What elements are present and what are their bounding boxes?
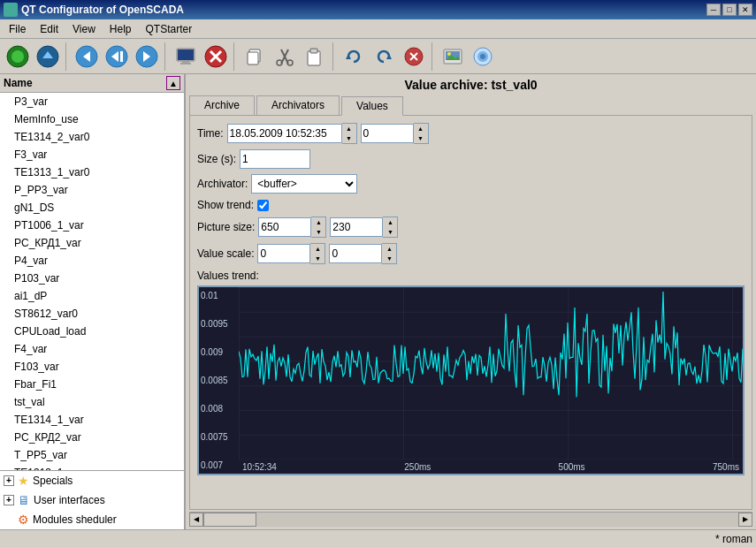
tree-item-P3_var[interactable]: P3_var	[0, 93, 184, 110]
user-interfaces-expand[interactable]: +	[4, 495, 14, 505]
tree-item-TE1314_2_var0[interactable]: TE1314_2_var0	[0, 128, 184, 146]
tab-values[interactable]: Values	[341, 96, 403, 116]
x-label-500ms: 500ms	[559, 462, 585, 472]
menu-qtstarter[interactable]: QTStarter	[139, 21, 200, 37]
menu-edit[interactable]: Edit	[33, 21, 65, 37]
content-title: Value archive: tst_val0	[189, 78, 752, 92]
scroll-left-button[interactable]: ◀	[189, 513, 203, 527]
tree-item-F103_var[interactable]: F103_var	[0, 358, 184, 376]
toolbar-monitor-icon[interactable]	[172, 42, 200, 71]
tree-item-MemInfo_use[interactable]: MemInfo_use	[0, 110, 184, 128]
tree-item-Fbar_Fi1[interactable]: Fbar_Fi1	[0, 376, 184, 393]
toolbar-prev-icon[interactable]	[103, 42, 131, 71]
time-offset-spin-down[interactable]: ▼	[414, 133, 428, 143]
tree-item-T_PP5_var[interactable]: T_PP5_var	[0, 446, 184, 464]
toolbar-img1-icon[interactable]	[439, 42, 467, 71]
tree-item-PC_KRD2_var[interactable]: PC_КРД2_var	[0, 429, 184, 446]
tree-item-PC_KRD1_var[interactable]: PC_КРД1_var	[0, 234, 184, 252]
toolbar-cancel-icon[interactable]	[400, 42, 428, 71]
tree-item-P_PP3_var[interactable]: P_PP3_var	[0, 181, 184, 199]
tab-archivators[interactable]: Archivators	[256, 95, 340, 115]
picture-size-h-spin-up[interactable]: ▲	[383, 217, 397, 227]
value-scale-max-spin-up[interactable]: ▲	[382, 244, 396, 254]
monitor-icon: 🖥	[18, 492, 30, 508]
picture-size-w-spin-down[interactable]: ▼	[311, 227, 325, 237]
specials-expand[interactable]: +	[4, 475, 14, 486]
toolbar-sep-4	[332, 42, 336, 71]
value-scale-min-input[interactable]	[257, 244, 310, 263]
tree-item-ai1_dP[interactable]: ai1_dP	[0, 287, 184, 305]
toolbar-paste-icon[interactable]	[301, 42, 329, 71]
toolbar-sep-1	[65, 42, 69, 71]
value-scale-max-spin-down[interactable]: ▼	[382, 254, 396, 263]
status-bar: * roman	[0, 529, 756, 547]
time-offset-spin-up[interactable]: ▲	[414, 124, 428, 133]
app-icon	[4, 3, 18, 17]
picture-size-h-group: ▲ ▼	[330, 217, 398, 238]
tree-specials[interactable]: + ★ Specials	[0, 471, 184, 490]
close-button[interactable]: ✕	[738, 4, 752, 16]
tree-scroll[interactable]: P3_var MemInfo_use TE1314_2_var0 F3_var …	[0, 93, 184, 470]
tree-user-interfaces[interactable]: + 🖥 User interfaces	[0, 490, 184, 510]
tree-item-TE1314_1_var[interactable]: TE1314_1_var	[0, 411, 184, 429]
tree-item-TE1313_1_var0[interactable]: TE1313_1_var0	[0, 163, 184, 181]
value-scale-min-group: ▲ ▼	[257, 243, 325, 264]
scroll-right-button[interactable]: ▶	[738, 513, 752, 527]
toolbar-home-icon[interactable]	[4, 42, 32, 71]
toolbar-back-icon[interactable]	[73, 42, 101, 71]
scroll-track[interactable]	[203, 513, 738, 527]
svg-rect-19	[248, 52, 258, 65]
picture-size-w-input[interactable]	[258, 217, 311, 237]
toolbar-refresh-icon[interactable]	[340, 42, 368, 71]
toolbar-save-icon[interactable]	[34, 42, 62, 71]
svg-point-33	[447, 52, 451, 56]
scroll-thumb[interactable]	[203, 513, 256, 527]
svg-point-37	[480, 54, 485, 59]
toolbar-cut-icon[interactable]	[271, 42, 299, 71]
tree-item-ST8612_var0[interactable]: ST8612_var0	[0, 305, 184, 323]
value-scale-max-input[interactable]	[329, 244, 382, 263]
tree-item-TE1313_1_var[interactable]: TE1313_1_var	[0, 464, 184, 470]
tree-item-PT1006_1_var[interactable]: PT1006_1_var	[0, 217, 184, 234]
size-input[interactable]	[240, 149, 310, 169]
maximize-button[interactable]: □	[722, 4, 737, 16]
tree-scroll-up[interactable]: ▲	[166, 76, 180, 90]
toolbar-copy-icon[interactable]	[241, 42, 269, 71]
time-spin-up[interactable]: ▲	[342, 124, 356, 133]
toolbar-undo-icon[interactable]	[370, 42, 398, 71]
time-input[interactable]	[227, 124, 342, 143]
tree-item-gN1_DS[interactable]: gN1_DS	[0, 199, 184, 217]
menu-help[interactable]: Help	[103, 21, 139, 37]
value-scale-min-spin-down[interactable]: ▼	[310, 254, 325, 263]
tree-item-tst_val[interactable]: tst_val	[0, 393, 184, 411]
tree-item-CPULoad_load[interactable]: CPULoad_load	[0, 323, 184, 340]
tree-item-F4_var[interactable]: F4_var	[0, 340, 184, 358]
toolbar-img2-icon[interactable]	[469, 42, 497, 71]
toolbar-stop-icon[interactable]	[202, 42, 230, 71]
minimize-button[interactable]: ─	[706, 4, 721, 16]
time-offset-input[interactable]	[361, 124, 414, 143]
value-scale-min-spin-up[interactable]: ▲	[310, 244, 325, 254]
toolbar-forward-icon[interactable]	[133, 42, 161, 71]
picture-size-h-spin-down[interactable]: ▼	[383, 227, 397, 237]
tree-modules-sheduler[interactable]: ⚙ Modules sheduler	[0, 510, 184, 529]
horizontal-scrollbar[interactable]: ◀ ▶	[189, 512, 752, 526]
modules-sheduler-label: Modules sheduler	[33, 512, 117, 528]
svg-point-1	[11, 50, 24, 63]
time-spin-down[interactable]: ▼	[342, 133, 356, 143]
values-trend-section: Values trend:	[197, 270, 745, 282]
svg-marker-26	[346, 54, 351, 59]
tree-item-P4_var[interactable]: P4_var	[0, 252, 184, 270]
archivator-select[interactable]: <buffer>	[251, 174, 357, 194]
tree-item-P103_var[interactable]: P103_var	[0, 270, 184, 287]
picture-size-w-spin-up[interactable]: ▲	[311, 217, 325, 227]
tree-item-F3_var[interactable]: F3_var	[0, 146, 184, 163]
value-scale-row: Value scale: ▲ ▼ ▲ ▼	[197, 243, 745, 264]
y-label-0.008: 0.008	[201, 404, 237, 414]
chart-svg	[239, 287, 745, 460]
menu-file[interactable]: File	[2, 21, 33, 37]
menu-view[interactable]: View	[65, 21, 103, 37]
picture-size-h-input[interactable]	[330, 217, 383, 237]
tab-archive[interactable]: Archive	[189, 95, 255, 115]
show-trend-checkbox[interactable]	[257, 200, 269, 211]
